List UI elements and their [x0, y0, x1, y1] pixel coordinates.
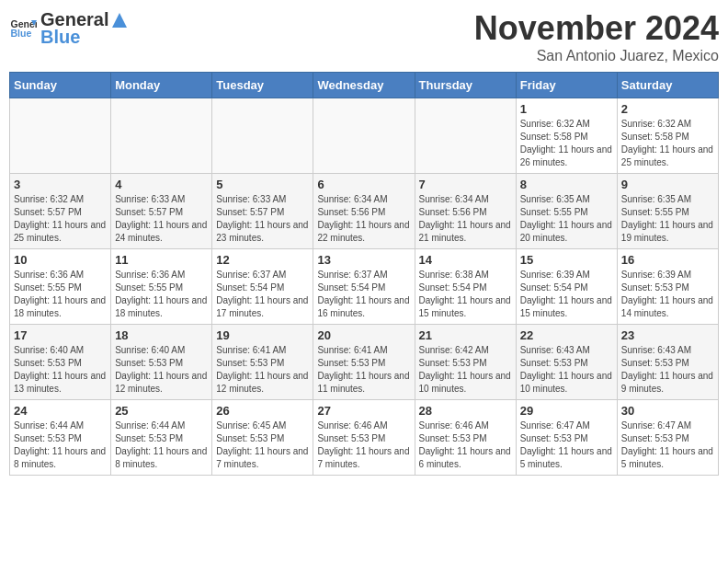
header-day-thursday: Thursday — [415, 73, 516, 98]
day-info: Sunrise: 6:34 AMSunset: 5:56 PMDaylight:… — [317, 193, 410, 245]
day-number: 8 — [520, 178, 613, 191]
header-day-monday: Monday — [111, 73, 212, 98]
svg-text:Blue: Blue — [11, 28, 32, 39]
day-number: 7 — [419, 178, 512, 191]
day-number: 20 — [317, 328, 410, 342]
header-day-sunday: Sunday — [10, 73, 111, 98]
calendar-cell: 12Sunrise: 6:37 AMSunset: 5:54 PMDayligh… — [212, 249, 313, 325]
day-info: Sunrise: 6:47 AMSunset: 5:53 PMDaylight:… — [621, 419, 714, 471]
day-number: 18 — [115, 328, 208, 342]
calendar-cell: 18Sunrise: 6:40 AMSunset: 5:53 PMDayligh… — [111, 325, 212, 400]
calendar-cell: 29Sunrise: 6:47 AMSunset: 5:53 PMDayligh… — [516, 400, 617, 476]
day-info: Sunrise: 6:40 AMSunset: 5:53 PMDaylight:… — [115, 344, 208, 396]
subtitle: San Antonio Juarez, Mexico — [474, 48, 719, 64]
calendar-table: SundayMondayTuesdayWednesdayThursdayFrid… — [9, 72, 719, 476]
calendar-cell: 27Sunrise: 6:46 AMSunset: 5:53 PMDayligh… — [313, 400, 415, 476]
day-info: Sunrise: 6:35 AMSunset: 5:55 PMDaylight:… — [520, 193, 613, 245]
header-day-saturday: Saturday — [617, 73, 718, 98]
day-number: 14 — [419, 253, 512, 267]
day-info: Sunrise: 6:39 AMSunset: 5:53 PMDaylight:… — [621, 269, 714, 320]
day-number: 2 — [621, 102, 714, 116]
calendar-cell — [10, 98, 111, 174]
day-number: 9 — [621, 178, 714, 191]
header-day-friday: Friday — [516, 73, 617, 98]
calendar-cell: 1Sunrise: 6:32 AMSunset: 5:58 PMDaylight… — [516, 98, 617, 174]
day-info: Sunrise: 6:39 AMSunset: 5:54 PMDaylight:… — [520, 269, 613, 320]
calendar-cell — [111, 98, 212, 174]
logo: General Blue General Blue — [9, 9, 129, 48]
calendar-cell: 25Sunrise: 6:44 AMSunset: 5:53 PMDayligh… — [111, 400, 212, 476]
day-number: 12 — [216, 253, 309, 267]
day-number: 22 — [520, 328, 613, 342]
day-number: 19 — [216, 328, 309, 342]
day-number: 13 — [317, 253, 410, 267]
calendar-cell: 19Sunrise: 6:41 AMSunset: 5:53 PMDayligh… — [212, 325, 313, 400]
calendar-cell — [313, 98, 415, 174]
day-number: 3 — [14, 178, 107, 191]
calendar-cell: 11Sunrise: 6:36 AMSunset: 5:55 PMDayligh… — [111, 249, 212, 325]
day-number: 4 — [115, 178, 208, 191]
calendar-cell: 22Sunrise: 6:43 AMSunset: 5:53 PMDayligh… — [516, 325, 617, 400]
day-info: Sunrise: 6:37 AMSunset: 5:54 PMDaylight:… — [317, 269, 410, 320]
day-info: Sunrise: 6:40 AMSunset: 5:53 PMDaylight:… — [14, 344, 107, 396]
month-title: November 2024 — [474, 9, 719, 48]
day-number: 16 — [621, 253, 714, 267]
day-number: 5 — [216, 178, 309, 191]
day-number: 25 — [115, 404, 208, 418]
day-info: Sunrise: 6:36 AMSunset: 5:55 PMDaylight:… — [115, 269, 208, 320]
calendar-cell: 2Sunrise: 6:32 AMSunset: 5:58 PMDaylight… — [617, 98, 718, 174]
calendar-cell: 17Sunrise: 6:40 AMSunset: 5:53 PMDayligh… — [10, 325, 111, 400]
calendar-cell — [415, 98, 516, 174]
calendar-cell: 5Sunrise: 6:33 AMSunset: 5:57 PMDaylight… — [212, 174, 313, 249]
svg-marker-3 — [112, 13, 127, 28]
calendar-week-row: 10Sunrise: 6:36 AMSunset: 5:55 PMDayligh… — [10, 249, 719, 325]
day-number: 23 — [621, 328, 714, 342]
day-number: 10 — [14, 253, 107, 267]
day-info: Sunrise: 6:33 AMSunset: 5:57 PMDaylight:… — [216, 193, 309, 245]
day-number: 21 — [419, 328, 512, 342]
calendar-cell: 20Sunrise: 6:41 AMSunset: 5:53 PMDayligh… — [313, 325, 415, 400]
calendar-week-row: 3Sunrise: 6:32 AMSunset: 5:57 PMDaylight… — [10, 174, 719, 249]
day-info: Sunrise: 6:32 AMSunset: 5:57 PMDaylight:… — [14, 193, 107, 245]
title-area: November 2024 San Antonio Juarez, Mexico — [474, 9, 719, 64]
day-number: 26 — [216, 404, 309, 418]
day-info: Sunrise: 6:44 AMSunset: 5:53 PMDaylight:… — [115, 419, 208, 471]
calendar-cell: 4Sunrise: 6:33 AMSunset: 5:57 PMDaylight… — [111, 174, 212, 249]
day-info: Sunrise: 6:41 AMSunset: 5:53 PMDaylight:… — [317, 344, 410, 396]
day-number: 30 — [621, 404, 714, 418]
calendar-cell: 14Sunrise: 6:38 AMSunset: 5:54 PMDayligh… — [415, 249, 516, 325]
calendar-week-row: 1Sunrise: 6:32 AMSunset: 5:58 PMDaylight… — [10, 98, 719, 174]
calendar-cell: 3Sunrise: 6:32 AMSunset: 5:57 PMDaylight… — [10, 174, 111, 249]
calendar-cell: 9Sunrise: 6:35 AMSunset: 5:55 PMDaylight… — [617, 174, 718, 249]
calendar-header-row: SundayMondayTuesdayWednesdayThursdayFrid… — [10, 73, 719, 98]
day-number: 15 — [520, 253, 613, 267]
day-info: Sunrise: 6:42 AMSunset: 5:53 PMDaylight:… — [419, 344, 512, 396]
calendar-cell: 26Sunrise: 6:45 AMSunset: 5:53 PMDayligh… — [212, 400, 313, 476]
calendar-cell: 28Sunrise: 6:46 AMSunset: 5:53 PMDayligh… — [415, 400, 516, 476]
day-number: 27 — [317, 404, 410, 418]
calendar-cell: 15Sunrise: 6:39 AMSunset: 5:54 PMDayligh… — [516, 249, 617, 325]
day-info: Sunrise: 6:35 AMSunset: 5:55 PMDaylight:… — [621, 193, 714, 245]
day-info: Sunrise: 6:32 AMSunset: 5:58 PMDaylight:… — [621, 118, 714, 169]
calendar-cell: 7Sunrise: 6:34 AMSunset: 5:56 PMDaylight… — [415, 174, 516, 249]
day-info: Sunrise: 6:46 AMSunset: 5:53 PMDaylight:… — [419, 419, 512, 471]
day-info: Sunrise: 6:47 AMSunset: 5:53 PMDaylight:… — [520, 419, 613, 471]
day-info: Sunrise: 6:37 AMSunset: 5:54 PMDaylight:… — [216, 269, 309, 320]
day-number: 11 — [115, 253, 208, 267]
day-info: Sunrise: 6:34 AMSunset: 5:56 PMDaylight:… — [419, 193, 512, 245]
calendar-cell: 21Sunrise: 6:42 AMSunset: 5:53 PMDayligh… — [415, 325, 516, 400]
day-info: Sunrise: 6:45 AMSunset: 5:53 PMDaylight:… — [216, 419, 309, 471]
day-info: Sunrise: 6:36 AMSunset: 5:55 PMDaylight:… — [14, 269, 107, 320]
day-info: Sunrise: 6:43 AMSunset: 5:53 PMDaylight:… — [520, 344, 613, 396]
calendar-week-row: 24Sunrise: 6:44 AMSunset: 5:53 PMDayligh… — [10, 400, 719, 476]
day-info: Sunrise: 6:41 AMSunset: 5:53 PMDaylight:… — [216, 344, 309, 396]
calendar-cell: 16Sunrise: 6:39 AMSunset: 5:53 PMDayligh… — [617, 249, 718, 325]
header-area: General Blue General Blue November 2024 … — [9, 9, 719, 64]
calendar-cell: 24Sunrise: 6:44 AMSunset: 5:53 PMDayligh… — [10, 400, 111, 476]
logo-icon: General Blue — [9, 15, 37, 42]
day-number: 1 — [520, 102, 613, 116]
day-info: Sunrise: 6:32 AMSunset: 5:58 PMDaylight:… — [520, 118, 613, 169]
day-info: Sunrise: 6:33 AMSunset: 5:57 PMDaylight:… — [115, 193, 208, 245]
day-info: Sunrise: 6:44 AMSunset: 5:53 PMDaylight:… — [14, 419, 107, 471]
calendar-cell: 8Sunrise: 6:35 AMSunset: 5:55 PMDaylight… — [516, 174, 617, 249]
